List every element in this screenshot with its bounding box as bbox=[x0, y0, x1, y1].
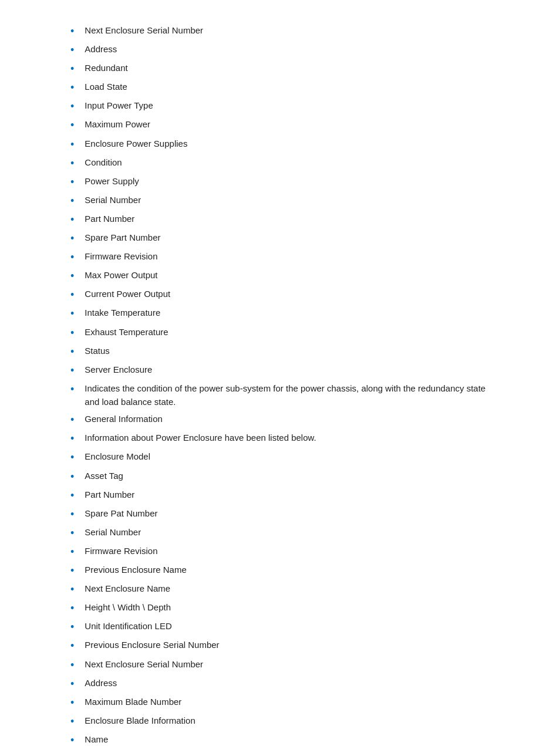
bullet-icon: • bbox=[70, 619, 74, 634]
list-item-text: Maximum Blade Number bbox=[85, 695, 181, 708]
list-item-text: Intake Temperature bbox=[85, 306, 160, 319]
list-item-text: Firmware Revision bbox=[85, 249, 157, 263]
bullet-icon: • bbox=[70, 695, 74, 710]
list-item: •Load State bbox=[70, 80, 490, 95]
list-item: •General Information bbox=[70, 412, 490, 427]
bullet-icon: • bbox=[70, 563, 74, 578]
list-item-text: Next Enclosure Serial Number bbox=[85, 23, 203, 37]
bullet-icon: • bbox=[70, 212, 74, 227]
bullet-icon: • bbox=[70, 23, 74, 39]
bullet-icon: • bbox=[70, 325, 74, 340]
list-item-text: Condition bbox=[85, 156, 122, 169]
list-item-text: Address bbox=[85, 676, 117, 690]
list-item: •Next Enclosure Serial Number bbox=[70, 23, 490, 39]
list-item-text: Part Number bbox=[85, 212, 134, 225]
bullet-icon: • bbox=[70, 733, 74, 746]
list-item: •Current Power Output bbox=[70, 287, 490, 302]
list-item: •Maximum Power bbox=[70, 117, 490, 133]
bullet-icon: • bbox=[70, 507, 74, 522]
list-item: •Firmware Revision bbox=[70, 249, 490, 265]
list-item: •Input Power Type bbox=[70, 99, 490, 114]
list-item-text: Current Power Output bbox=[85, 287, 170, 301]
bullet-icon: • bbox=[70, 488, 74, 503]
bullet-list: •Next Enclosure Serial Number•Address•Re… bbox=[70, 23, 490, 746]
list-item: •Serial Number bbox=[70, 193, 490, 208]
list-item-text: Input Power Type bbox=[85, 99, 153, 112]
list-item-text: Asset Tag bbox=[85, 469, 123, 482]
list-item: •Spare Part Number bbox=[70, 231, 490, 246]
list-item-text: Firmware Revision bbox=[85, 544, 157, 558]
list-item: •Server Enclosure bbox=[70, 363, 490, 378]
list-item: •Height \ Width \ Depth bbox=[70, 600, 490, 616]
list-item: •Part Number bbox=[70, 488, 490, 503]
bullet-icon: • bbox=[70, 174, 74, 190]
bullet-icon: • bbox=[70, 450, 74, 465]
list-item: •Maximum Blade Number bbox=[70, 695, 490, 710]
list-item-text: General Information bbox=[85, 412, 163, 426]
bullet-icon: • bbox=[70, 469, 74, 484]
list-item-text: Next Enclosure Name bbox=[85, 582, 170, 595]
bullet-icon: • bbox=[70, 431, 74, 446]
bullet-icon: • bbox=[70, 99, 74, 114]
list-item-text: Part Number bbox=[85, 488, 134, 501]
bullet-icon: • bbox=[70, 117, 74, 133]
list-item-text: Next Enclosure Serial Number bbox=[85, 657, 203, 671]
list-item-text: Exhaust Temperature bbox=[85, 325, 168, 339]
bullet-icon: • bbox=[70, 231, 74, 246]
list-item: •Address bbox=[70, 42, 490, 58]
list-item: •Exhaust Temperature bbox=[70, 325, 490, 340]
list-item-text: Server Enclosure bbox=[85, 363, 152, 376]
bullet-icon: • bbox=[70, 676, 74, 691]
list-item-text: Information about Power Enclosure have b… bbox=[85, 431, 316, 444]
list-item: •Firmware Revision bbox=[70, 544, 490, 559]
list-item: •Information about Power Enclosure have … bbox=[70, 431, 490, 446]
list-item-text: Redundant bbox=[85, 61, 127, 75]
bullet-icon: • bbox=[70, 42, 74, 58]
bullet-icon: • bbox=[70, 412, 74, 427]
list-item: •Name bbox=[70, 733, 490, 746]
list-item-text: Enclosure Power Supplies bbox=[85, 137, 187, 150]
list-item: •Condition bbox=[70, 156, 490, 171]
list-item: •Power Supply bbox=[70, 174, 490, 190]
bullet-icon: • bbox=[70, 600, 74, 616]
list-item: •Indicates the condition of the power su… bbox=[70, 382, 490, 409]
list-item-text: Maximum Power bbox=[85, 117, 150, 131]
list-item-text: Height \ Width \ Depth bbox=[85, 600, 171, 614]
list-item-text: Address bbox=[85, 42, 117, 56]
list-item: •Next Enclosure Name bbox=[70, 582, 490, 597]
list-item: •Previous Enclosure Serial Number bbox=[70, 638, 490, 653]
list-item-text: Power Supply bbox=[85, 174, 139, 188]
list-item: •Address bbox=[70, 676, 490, 691]
list-item-text: Indicates the condition of the power sub… bbox=[85, 382, 490, 409]
list-item-text: Spare Part Number bbox=[85, 231, 160, 244]
list-item-text: Enclosure Model bbox=[85, 450, 150, 463]
bullet-icon: • bbox=[70, 544, 74, 559]
bullet-icon: • bbox=[70, 61, 74, 76]
list-item: •Part Number bbox=[70, 212, 490, 227]
page-content: •Next Enclosure Serial Number•Address•Re… bbox=[0, 0, 560, 746]
list-item-text: Spare Pat Number bbox=[85, 507, 157, 520]
list-item: •Previous Enclosure Name bbox=[70, 563, 490, 578]
bullet-icon: • bbox=[70, 582, 74, 597]
list-item-text: Previous Enclosure Serial Number bbox=[85, 638, 219, 652]
list-item-text: Status bbox=[85, 344, 110, 357]
list-item-text: Serial Number bbox=[85, 525, 141, 539]
bullet-icon: • bbox=[70, 714, 74, 729]
list-item-text: Serial Number bbox=[85, 193, 141, 207]
list-item: •Unit Identification LED bbox=[70, 619, 490, 634]
bullet-icon: • bbox=[70, 80, 74, 95]
bullet-icon: • bbox=[70, 382, 74, 397]
bullet-icon: • bbox=[70, 268, 74, 283]
list-item-text: Max Power Output bbox=[85, 268, 157, 282]
list-item: •Enclosure Model bbox=[70, 450, 490, 465]
bullet-icon: • bbox=[70, 344, 74, 359]
bullet-icon: • bbox=[70, 156, 74, 171]
bullet-icon: • bbox=[70, 137, 74, 152]
bullet-icon: • bbox=[70, 657, 74, 673]
list-item: •Asset Tag bbox=[70, 469, 490, 484]
list-item: •Enclosure Power Supplies bbox=[70, 137, 490, 152]
bullet-icon: • bbox=[70, 638, 74, 653]
list-item: •Enclosure Blade Information bbox=[70, 714, 490, 729]
bullet-icon: • bbox=[70, 525, 74, 541]
bullet-icon: • bbox=[70, 193, 74, 208]
